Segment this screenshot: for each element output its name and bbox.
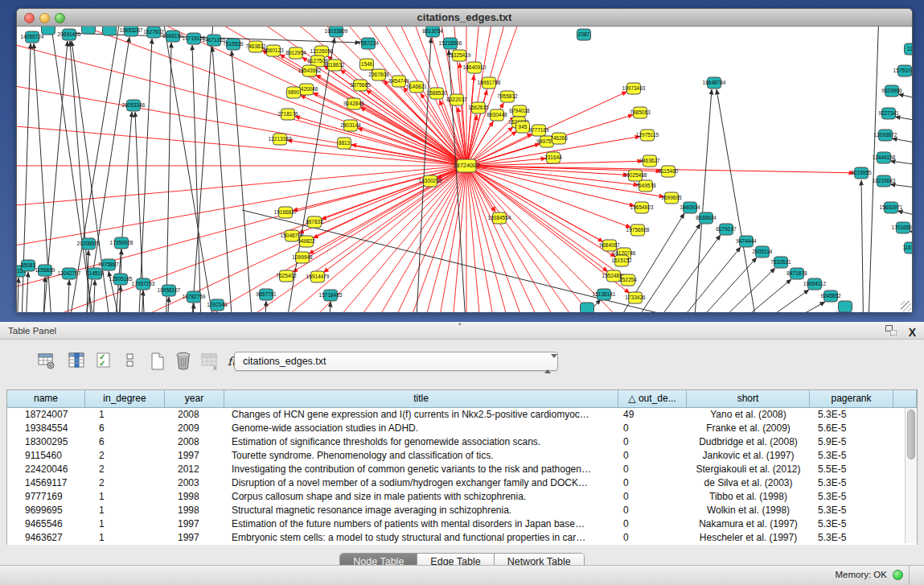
column-header-year[interactable]: year bbox=[165, 390, 224, 407]
graph-node[interactable]: 6179197 bbox=[716, 224, 737, 235]
graph-node[interactable]: 7557224 bbox=[358, 38, 379, 49]
graph-node[interactable]: 19384554 bbox=[488, 212, 511, 224]
graph-node[interactable]: 12975115 bbox=[636, 130, 659, 141]
graph-node[interactable]: 252254 bbox=[619, 274, 637, 286]
graph-node[interactable]: 9146821 bbox=[406, 81, 427, 93]
table-row[interactable]: 911546021997Tourette syndrome. Phenomeno… bbox=[7, 449, 917, 463]
graph-node[interactable]: 7515526 bbox=[223, 39, 244, 50]
graph-node[interactable]: 15136141 bbox=[593, 289, 616, 300]
graph-node[interactable]: 1588520 bbox=[426, 88, 447, 99]
column-header-name[interactable]: name bbox=[7, 390, 85, 407]
graph-node[interactable]: 2803144 bbox=[340, 120, 361, 131]
table-row[interactable]: 2242004622012Investigating the contribut… bbox=[7, 463, 917, 476]
splitter-handle-icon[interactable]: ▴ bbox=[458, 322, 466, 325]
graph-node[interactable] bbox=[82, 27, 96, 34]
graph-node[interactable]: 16914479 bbox=[306, 271, 330, 282]
table-row[interactable]: 946362711997Embryonic stem cells: a mode… bbox=[7, 531, 917, 545]
table-row[interactable]: 977716911998Corpus callosum shape and si… bbox=[7, 490, 917, 504]
column-header-title[interactable]: title bbox=[224, 390, 618, 407]
row-height-toggle-button[interactable] bbox=[119, 349, 142, 373]
graph-node[interactable]: 20691406 bbox=[58, 29, 81, 40]
graph-node[interactable]: 16961758 bbox=[478, 77, 501, 89]
column-header-out_de[interactable]: △ out_de... bbox=[618, 390, 687, 407]
graph-node[interactable]: 7485063 bbox=[630, 107, 651, 118]
graph-node[interactable]: 19756928 bbox=[626, 225, 650, 236]
graph-node[interactable]: 10958107 bbox=[158, 285, 181, 296]
float-panel-icon[interactable] bbox=[885, 325, 897, 336]
graph-node[interactable]: 9474444 bbox=[736, 236, 757, 247]
graph-node[interactable]: 15751074 bbox=[893, 65, 912, 76]
graph-node[interactable] bbox=[581, 303, 594, 312]
graph-node[interactable]: 1156869 bbox=[35, 265, 55, 276]
graph-node[interactable]: 6794028 bbox=[509, 105, 530, 117]
graph-node[interactable]: 1733426 bbox=[625, 292, 646, 303]
column-header-pagerank[interactable]: pagerank bbox=[810, 390, 893, 407]
graph-node[interactable]: 8471678 bbox=[786, 268, 807, 279]
graph-node[interactable]: 2367608 bbox=[368, 69, 389, 80]
graph-node[interactable]: 10025488 bbox=[624, 170, 647, 181]
scrollbar-thumb[interactable] bbox=[907, 410, 915, 459]
resize-grip-icon[interactable] bbox=[901, 301, 911, 311]
graph-node[interactable]: 9777169 bbox=[528, 125, 549, 136]
graph-node[interactable]: 9115460 bbox=[659, 166, 679, 177]
graph-node[interactable]: 3375685 bbox=[350, 80, 371, 91]
graph-node[interactable]: 1440934 bbox=[680, 202, 700, 213]
network-window-titlebar[interactable]: citations_edges.txt bbox=[17, 9, 912, 27]
graph-node[interactable]: 18325419 bbox=[448, 50, 471, 61]
table-row[interactable]: 1456911722003Disruption of a novel membe… bbox=[7, 476, 917, 490]
graph-node[interactable]: 12042757 bbox=[58, 268, 81, 279]
graph-node[interactable]: 8813054 bbox=[422, 27, 443, 37]
graph-node[interactable]: 1292346 bbox=[207, 299, 228, 311]
graph-node[interactable]: 231644 bbox=[544, 152, 562, 163]
graph-node[interactable]: 1546 bbox=[360, 59, 374, 70]
graph-node[interactable]: 111 bbox=[905, 43, 913, 55]
graph-node[interactable]: 8912954 bbox=[285, 47, 306, 59]
table-row[interactable]: 1938455462009Genome-wide association stu… bbox=[7, 422, 917, 435]
table-settings-button[interactable] bbox=[35, 349, 58, 373]
new-column-button[interactable] bbox=[146, 349, 169, 373]
table-row[interactable]: 969969511998Structural magnetic resonanc… bbox=[7, 504, 917, 517]
graph-node[interactable]: 746266 bbox=[550, 133, 568, 144]
graph-node[interactable]: 7649578 bbox=[635, 180, 656, 192]
graph-node[interactable]: 10210643 bbox=[873, 175, 896, 187]
graph-node[interactable]: 19654923 bbox=[630, 202, 654, 213]
graph-node[interactable]: 949822 bbox=[298, 236, 315, 247]
close-panel-icon[interactable]: X bbox=[909, 323, 916, 341]
citation-network-graph[interactable]: 1405572420691406106532871527602696616010… bbox=[17, 27, 912, 312]
graph-node[interactable]: 9857791 bbox=[256, 289, 277, 300]
graph-node[interactable]: 116753 bbox=[902, 242, 912, 253]
graph-node[interactable]: 16648784 bbox=[703, 77, 726, 89]
column-header-short[interactable]: short bbox=[687, 390, 810, 407]
delete-column-button[interactable] bbox=[172, 349, 195, 373]
graph-node[interactable]: 2087 bbox=[577, 29, 591, 40]
graph-node[interactable]: 12213383 bbox=[269, 134, 292, 145]
graph-node[interactable]: 17016504 bbox=[892, 222, 912, 233]
graph-node[interactable]: 15218506 bbox=[439, 38, 462, 49]
graph-node[interactable]: 16033809 bbox=[325, 27, 348, 37]
graph-node[interactable]: 14055724 bbox=[21, 31, 44, 43]
graph-node[interactable]: 12444158 bbox=[873, 152, 896, 163]
graph-node[interactable]: 2718176 bbox=[277, 109, 298, 120]
graph-node[interactable] bbox=[103, 27, 117, 35]
select-all-checkmarks-button[interactable]: ✓✓ bbox=[93, 349, 116, 373]
graph-node[interactable]: 9890 bbox=[287, 87, 301, 98]
graph-node[interactable]: 16782759 bbox=[183, 291, 206, 303]
table-row[interactable]: 1830029562008Estimation of significance … bbox=[7, 435, 917, 449]
graph-node[interactable]: 8938924 bbox=[696, 212, 717, 224]
graph-node[interactable]: 114519 bbox=[86, 268, 104, 279]
graph-node[interactable]: 17359928 bbox=[110, 237, 133, 249]
column-header-in_degree[interactable]: in_degree bbox=[85, 390, 165, 407]
table-row[interactable]: 946554611997Estimation of the future num… bbox=[7, 517, 917, 531]
graph-node[interactable]: 7632621 bbox=[770, 257, 791, 268]
graph-node[interactable]: 7955812 bbox=[497, 91, 518, 102]
vertical-scrollbar[interactable] bbox=[905, 408, 917, 543]
delete-table-button-disabled[interactable]: x bbox=[199, 349, 222, 373]
graph-node[interactable]: 26053346 bbox=[122, 100, 146, 111]
graph-node[interactable]: 9699695 bbox=[661, 192, 682, 204]
graph-node[interactable]: 10654112 bbox=[803, 278, 827, 290]
graph-node[interactable]: 2935114 bbox=[753, 246, 773, 257]
graph-node[interactable]: 945 bbox=[516, 122, 530, 133]
graph-node[interactable]: 8322037 bbox=[446, 94, 467, 105]
graph-node[interactable]: 9245652 bbox=[820, 290, 841, 302]
graph-node[interactable]: 887833 bbox=[306, 216, 323, 228]
